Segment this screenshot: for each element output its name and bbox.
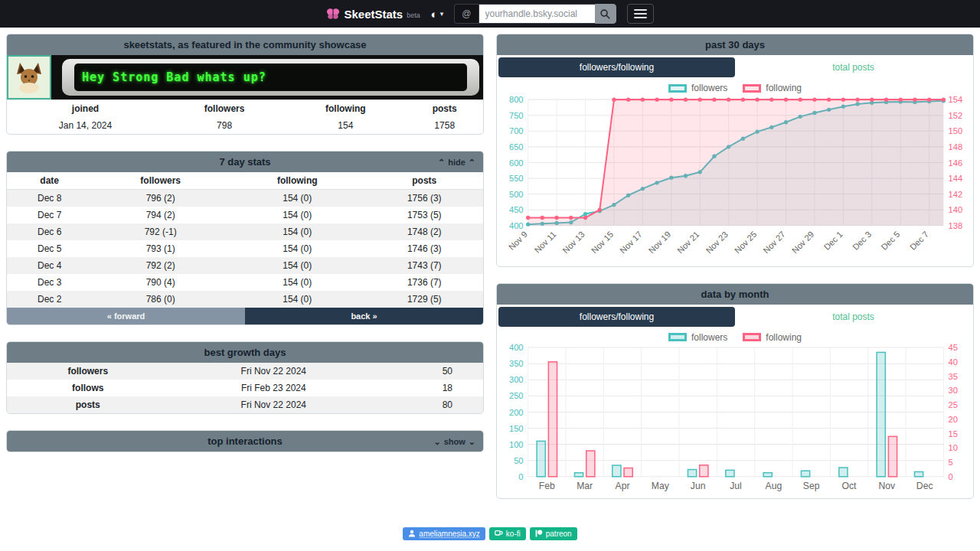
legend-followers[interactable]: followers (668, 332, 727, 343)
svg-text:Oct: Oct (842, 481, 858, 491)
menu-button[interactable] (627, 4, 654, 24)
followers-swatch (668, 84, 687, 93)
svg-text:800: 800 (509, 95, 524, 104)
coffee-cup-icon (495, 530, 503, 537)
svg-text:30: 30 (948, 386, 957, 395)
svg-text:15: 15 (948, 429, 957, 438)
handle-input[interactable] (479, 4, 595, 24)
table-row: Dec 6792 (-1)154 (0)1748 (2) (7, 223, 483, 240)
svg-text:Jul: Jul (730, 481, 742, 491)
col-following: following (229, 172, 366, 190)
forward-button[interactable]: « forward (7, 308, 245, 324)
profile-banner: Hey Strong Bad whats up? (7, 55, 483, 99)
table-row: follows Fri Feb 23 2024 18 (7, 380, 483, 396)
svg-text:20: 20 (948, 415, 957, 424)
stat-value-followers: 798 (164, 117, 285, 134)
svg-text:Aug: Aug (766, 481, 782, 491)
svg-text:600: 600 (509, 158, 524, 168)
svg-text:Sep: Sep (803, 481, 820, 491)
bar-chart-legend: followers following (497, 329, 973, 343)
interactions-title: top interactions (207, 435, 283, 447)
navbar: SkeetStats beta ◐ ▾ @ (0, 0, 980, 28)
svg-text:50: 50 (514, 455, 523, 465)
svg-text:Mar: Mar (577, 481, 593, 491)
svg-text:25: 25 (948, 400, 957, 409)
interactions-header: top interactions ⌄ show ⌄ (7, 431, 483, 452)
tab-total-posts[interactable]: total posts (735, 57, 972, 77)
patreon-icon (535, 530, 543, 537)
bar-chart-data-by-month: 0501001502002503003504000510152025303540… (497, 343, 973, 498)
svg-text:Nov 17: Nov 17 (618, 230, 643, 255)
svg-text:250: 250 (509, 391, 524, 400)
chevron-down-icon: ⌄ (433, 436, 440, 446)
svg-text:138: 138 (948, 221, 962, 230)
caret-down-icon: ▾ (440, 10, 444, 18)
following-swatch (743, 84, 761, 93)
svg-text:May: May (652, 481, 670, 491)
banner-text: Hey Strong Bad whats up? (82, 70, 266, 84)
table-row: Dec 5793 (1)154 (0)1746 (3) (7, 240, 483, 257)
svg-text:700: 700 (509, 126, 524, 135)
svg-text:Feb: Feb (539, 481, 555, 491)
stat-label-posts: posts (406, 100, 483, 118)
svg-text:300: 300 (509, 375, 524, 384)
hide-toggle[interactable]: ⌃ hide ⌃ (438, 157, 475, 167)
svg-text:200: 200 (509, 407, 524, 416)
col-followers: followers (92, 172, 229, 190)
tab-followers-following[interactable]: followers/following (498, 57, 735, 77)
growth-table: followers Fri Nov 22 2024 50 follows Fri… (7, 363, 483, 413)
svg-text:Apr: Apr (616, 481, 630, 491)
banner-monitor-frame: Hey Strong Bad whats up? (62, 59, 479, 96)
stat-value-posts: 1758 (406, 117, 483, 134)
table-row: followers Fri Nov 22 2024 50 (7, 363, 483, 380)
svg-text:146: 146 (948, 158, 962, 168)
svg-text:154: 154 (948, 95, 962, 104)
main-content: skeetstats, as featured in the community… (0, 28, 980, 521)
pager: « forward back » (7, 308, 483, 324)
left-column: skeetstats, as featured in the community… (6, 34, 484, 515)
svg-text:152: 152 (948, 111, 962, 120)
growth-header: best growth days (7, 342, 483, 363)
stat-label-joined: joined (7, 100, 164, 118)
seven-day-title: 7 day stats (219, 156, 270, 168)
stat-label-followers: followers (164, 100, 285, 118)
theme-toggle[interactable]: ◐ ▾ (431, 8, 444, 21)
skeetstats-logo-icon (326, 7, 340, 21)
svg-text:Nov 21: Nov 21 (675, 230, 701, 255)
data-by-month-card: data by month followers/following total … (496, 283, 974, 499)
legend-following[interactable]: following (743, 83, 802, 93)
search-icon (599, 8, 611, 20)
svg-text:Nov 13: Nov 13 (560, 230, 586, 255)
svg-text:550: 550 (509, 174, 524, 183)
patreon-link[interactable]: patreon (530, 527, 577, 540)
kofi-link[interactable]: ko-fi (489, 527, 526, 540)
tab-followers-following[interactable]: followers/following (498, 307, 735, 327)
top-interactions-card: top interactions ⌄ show ⌄ (6, 430, 484, 452)
table-row: Dec 8796 (2)154 (0)1756 (3) (7, 190, 483, 207)
past-30-days-card: past 30 days followers/following total p… (496, 34, 974, 267)
at-prefix: @ (454, 4, 478, 24)
back-button[interactable]: back » (245, 308, 483, 324)
show-toggle[interactable]: ⌄ show ⌄ (433, 436, 475, 446)
svg-text:500: 500 (509, 190, 524, 199)
banner-monitor: Hey Strong Bad whats up? (51, 55, 483, 99)
table-row: Dec 4792 (2)154 (0)1743 (7) (7, 257, 483, 274)
svg-text:100: 100 (509, 439, 524, 448)
search-button[interactable] (595, 4, 616, 24)
svg-text:35: 35 (948, 371, 957, 380)
legend-following[interactable]: following (743, 332, 802, 343)
stat-value-following: 154 (285, 117, 406, 134)
svg-text:450: 450 (509, 205, 524, 214)
svg-text:150: 150 (509, 423, 524, 432)
brand[interactable]: SkeetStats beta (326, 7, 420, 21)
tab-total-posts[interactable]: total posts (735, 307, 972, 327)
svg-text:Dec 7: Dec 7 (908, 230, 930, 252)
footer-links: ameliamnesia.xyz ko-fi patreon (0, 521, 980, 546)
ameliamnesia-link[interactable]: ameliamnesia.xyz (403, 527, 485, 540)
eevee-avatar (7, 55, 51, 99)
table-row: Dec 7794 (2)154 (0)1753 (5) (7, 207, 483, 223)
past-30-tabs: followers/following total posts (497, 55, 973, 80)
legend-followers[interactable]: followers (668, 83, 727, 93)
banner-screen: Hey Strong Bad whats up? (74, 64, 467, 91)
table-row: Dec 2786 (0)154 (0)1729 (5) (7, 291, 483, 308)
